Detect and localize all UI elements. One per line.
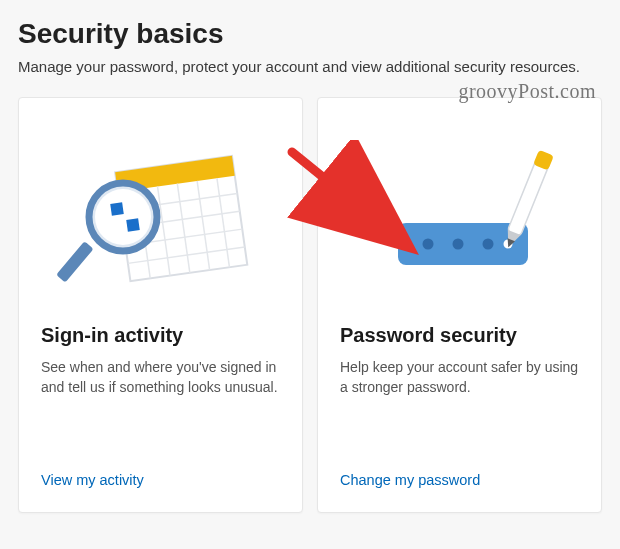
sign-in-activity-illustration — [41, 120, 280, 320]
page-subtitle: Manage your password, protect your accou… — [18, 58, 602, 75]
svg-point-12 — [95, 189, 151, 245]
svg-point-20 — [482, 239, 493, 250]
view-my-activity-link[interactable]: View my activity — [41, 472, 280, 488]
card-description: Help keep your account safer by using a … — [340, 357, 579, 458]
page-title: Security basics — [18, 18, 602, 50]
cards-row: Sign-in activity See when and where you'… — [18, 97, 602, 513]
card-title: Sign-in activity — [41, 324, 280, 347]
card-sign-in-activity[interactable]: Sign-in activity See when and where you'… — [18, 97, 303, 513]
password-pen-icon — [350, 135, 570, 305]
card-description: See when and where you've signed in and … — [41, 357, 280, 458]
card-password-security[interactable]: Password security Help keep your account… — [317, 97, 602, 513]
watermark: groovyPost.com — [458, 80, 596, 103]
svg-rect-14 — [110, 202, 124, 216]
card-title: Password security — [340, 324, 579, 347]
svg-rect-15 — [126, 218, 140, 232]
svg-rect-22 — [507, 157, 550, 236]
change-my-password-link[interactable]: Change my password — [340, 472, 579, 488]
calendar-magnifier-icon — [51, 135, 271, 305]
svg-point-18 — [422, 239, 433, 250]
svg-rect-16 — [56, 241, 93, 282]
svg-point-19 — [452, 239, 463, 250]
password-security-illustration — [340, 120, 579, 320]
